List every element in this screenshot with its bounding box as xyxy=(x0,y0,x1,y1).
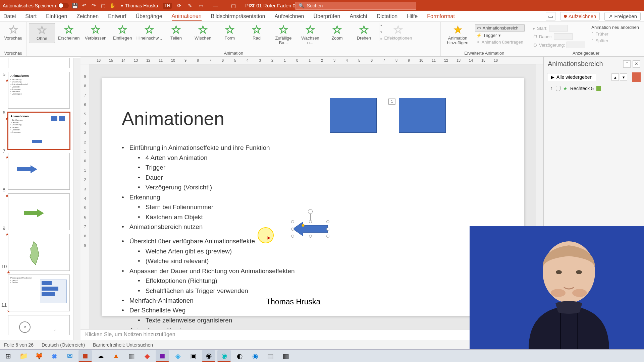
slide-thumb-9[interactable] xyxy=(8,234,70,271)
toggle-switch[interactable] xyxy=(58,3,69,8)
move-down-button[interactable]: ▾ xyxy=(620,73,627,81)
tab-ansicht[interactable]: Ansicht xyxy=(350,12,367,21)
tab-uebergaenge[interactable]: Übergänge xyxy=(136,12,162,21)
tab-entwurf[interactable]: Entwurf xyxy=(108,12,126,21)
undo-icon[interactable]: ↶ xyxy=(82,3,88,9)
slide-thumb-6[interactable]: Animationen • Einführung... • 4 Arten• E… xyxy=(8,112,70,149)
tab-bildschirm[interactable]: Bildschirmpräsentation xyxy=(211,12,265,21)
obs-icon[interactable]: ◉ xyxy=(202,350,215,362)
shape-rectangle-2[interactable] xyxy=(399,98,446,133)
chrome-icon[interactable]: ◉ xyxy=(48,350,61,362)
tab-dictation[interactable]: Dictation xyxy=(377,12,397,21)
app-icon-7[interactable]: ▥ xyxy=(279,350,292,362)
move-earlier[interactable]: ˄ Früher xyxy=(590,31,640,37)
accessibility-check[interactable]: Barrierefreiheit: Untersuchen xyxy=(93,342,153,348)
tab-formformat[interactable]: Formformat xyxy=(427,12,455,21)
move-up-button[interactable]: ▴ xyxy=(611,73,619,81)
window-icon[interactable]: ▭ xyxy=(198,3,204,9)
timing-verzoegerung[interactable]: ⏲ Verzögerung: xyxy=(532,41,587,49)
app-icon-5[interactable]: ◐ xyxy=(233,350,246,362)
anim-zoom[interactable]: Zoom xyxy=(324,23,350,43)
tab-animationen[interactable]: Animationen xyxy=(172,12,202,21)
slide-thumb-10[interactable]: Planung und Produktion• Layout• Design xyxy=(8,275,70,311)
anim-wachsen[interactable]: Wachsen u... xyxy=(297,23,323,48)
explorer-icon[interactable]: 📁 xyxy=(17,350,30,362)
collapse-ribbon-icon[interactable]: ▭ xyxy=(546,12,555,20)
thumbnail-scrollbar[interactable] xyxy=(73,58,80,340)
tab-zeichnen[interactable]: Zeichnen xyxy=(76,12,99,21)
language-indicator[interactable]: Deutsch (Österreich) xyxy=(42,342,85,348)
anim-form[interactable]: Form xyxy=(217,23,243,43)
present-icon[interactable]: ▢ xyxy=(100,3,106,9)
add-animation-button[interactable]: Animation hinzufügen xyxy=(443,23,473,48)
app-icon-6[interactable]: ▤ xyxy=(264,350,277,362)
tab-aufzeichnen[interactable]: Aufzeichnen xyxy=(274,12,304,21)
user-name[interactable]: Thomas Hruska xyxy=(125,3,158,8)
anim-drehen[interactable]: Drehen xyxy=(351,23,377,43)
sidebar-tab[interactable] xyxy=(632,72,641,82)
draw-icon[interactable]: ✎ xyxy=(187,3,193,9)
trigger-button[interactable]: ⚡ Trigger ▾ xyxy=(475,33,525,38)
slide-author[interactable]: Thomas Hruska xyxy=(266,297,320,306)
user-badge[interactable]: TH xyxy=(163,3,172,9)
anim-erscheinen[interactable]: Erscheinen xyxy=(56,23,82,43)
slide-thumb-5[interactable]: Animationen• Einführung...• Erkennung• A… xyxy=(8,72,70,109)
sync-icon[interactable]: ⟳ xyxy=(176,3,182,9)
save-icon[interactable]: 💾 xyxy=(72,3,78,9)
autosave-toggle[interactable]: Automatisches Speichern xyxy=(3,3,69,8)
gallery-expand[interactable]: ▴▾≡ xyxy=(379,23,384,41)
outlook-icon[interactable]: ✉ xyxy=(63,350,76,362)
animation-pane-toggle[interactable]: ▭ Animationsbereich xyxy=(475,24,525,32)
vlc-icon[interactable]: ▲ xyxy=(109,350,123,362)
app-icon-3[interactable]: ▣ xyxy=(186,350,200,362)
minimize-button[interactable]: — xyxy=(209,0,222,11)
effect-options-button[interactable]: Effektoptionen xyxy=(385,23,411,43)
anim-hineinschweben[interactable]: Hineinschw... xyxy=(136,23,162,43)
anim-verblassen[interactable]: Verblassen xyxy=(83,23,109,43)
preview-button[interactable]: Vorschau xyxy=(2,23,24,43)
tab-datei[interactable]: Datei xyxy=(3,12,16,21)
touch-icon[interactable]: ✋ xyxy=(110,3,116,9)
animation-tag[interactable]: 1 xyxy=(388,99,395,105)
pane-close-icon[interactable]: ✕ xyxy=(633,60,640,68)
animation-painter[interactable]: ✧ Animation übertragen xyxy=(475,39,525,45)
shape-arrow-selected[interactable] xyxy=(293,222,328,236)
search-box[interactable]: 🔍 Suchen xyxy=(296,2,416,10)
animation-item[interactable]: 1 ★ Rechteck 5 xyxy=(547,85,641,92)
slide-canvas[interactable]: Animationen Einführung in Animationseffe… xyxy=(102,78,524,316)
rotate-handle[interactable] xyxy=(308,209,313,214)
telegram-icon[interactable]: ◈ xyxy=(171,350,184,362)
slide-thumb-4[interactable] xyxy=(8,58,70,68)
slide-thumb-8[interactable] xyxy=(8,193,70,230)
onenote-icon[interactable]: ◼ xyxy=(156,350,169,362)
shape-rectangle-1[interactable] xyxy=(330,98,377,133)
start-button[interactable]: ⊞ xyxy=(1,350,15,362)
edge-icon[interactable]: ◉ xyxy=(248,350,262,362)
tab-einfuegen[interactable]: Einfügen xyxy=(46,12,67,21)
anim-wischen[interactable]: Wischen xyxy=(190,23,216,43)
anim-rad[interactable]: Rad xyxy=(244,23,270,43)
pane-dropdown-icon[interactable]: ˅ xyxy=(623,60,631,68)
maximize-button[interactable]: ▢ xyxy=(227,0,240,11)
anim-teilen[interactable]: Teilen xyxy=(163,23,189,43)
tab-start[interactable]: Start xyxy=(25,12,37,21)
move-later[interactable]: ˅ Später xyxy=(590,38,640,44)
firefox-icon[interactable]: 🦊 xyxy=(32,350,46,362)
tab-ueberpruefen[interactable]: Überprüfen xyxy=(313,12,340,21)
play-all-button[interactable]: ▶ Alle wiedergeben xyxy=(547,73,596,81)
anim-zufaellig[interactable]: Zufällige Ba... xyxy=(270,23,297,48)
slide-counter[interactable]: Folie 6 von 26 xyxy=(4,342,34,348)
powerpoint-icon[interactable]: ◼ xyxy=(78,350,92,362)
tab-hilfe[interactable]: Hilfe xyxy=(407,12,418,21)
anim-ohne[interactable]: Ohne xyxy=(29,23,55,43)
record-button[interactable]: Aufzeichnen xyxy=(560,12,600,20)
slide-thumb-7[interactable] xyxy=(8,153,70,190)
redo-icon[interactable]: ↷ xyxy=(91,3,97,9)
slide-thumb-11[interactable]: ⏱♡ xyxy=(8,315,70,335)
slide-title[interactable]: Animationen xyxy=(122,108,504,129)
share-button[interactable]: ↗ Freigeben xyxy=(604,12,641,21)
app-icon-1[interactable]: ☁ xyxy=(94,350,107,362)
app-icon-2[interactable]: ▦ xyxy=(125,350,138,362)
timing-dauer[interactable]: ⏱ Dauer: xyxy=(532,33,587,40)
timing-start[interactable]: ▸ Start: xyxy=(532,24,587,32)
